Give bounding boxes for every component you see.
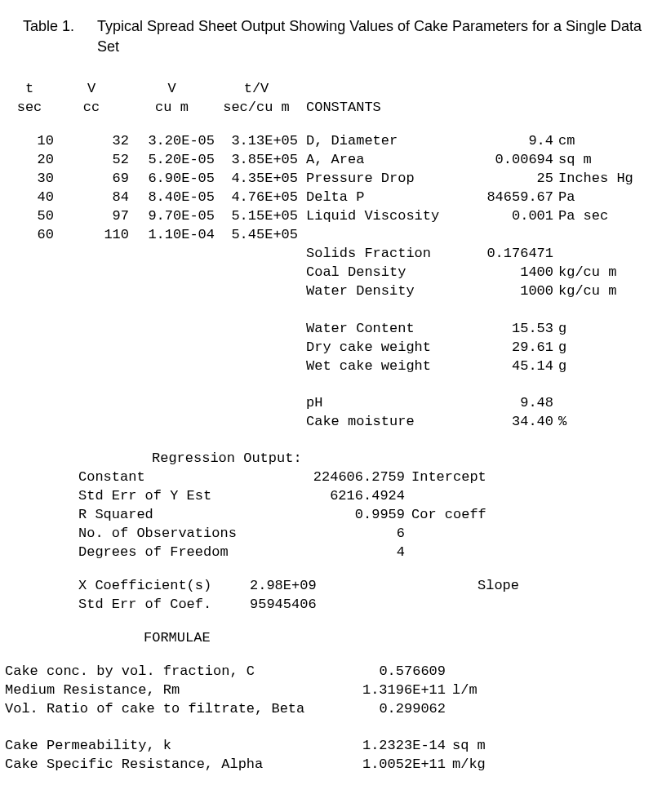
formula-unit: l/m: [446, 681, 478, 700]
formula-unit: [446, 700, 452, 719]
cell-tv: [215, 339, 298, 357]
constant-value: 34.40: [465, 413, 553, 432]
cell-vcc: [54, 413, 129, 432]
formula-unit: sq m: [446, 737, 486, 756]
cell-vcum: [129, 357, 215, 376]
regression-row: Constant224606.2759Intercept: [78, 468, 645, 487]
cell-vcc: [54, 339, 129, 357]
cell-tv: [215, 282, 298, 301]
table-row: 10323.20E-053.13E+05D, Diameter9.4cm: [5, 132, 645, 151]
cell-vcc: [54, 264, 129, 282]
table-row: Solids Fraction0.176471: [5, 245, 645, 264]
hdr-constants: CONSTANTS: [298, 99, 645, 118]
reg-name: Std Err of Coef.: [78, 596, 250, 615]
table-row: Cake moisture34.40%: [5, 413, 645, 432]
reg-value: 0.9959: [258, 506, 405, 525]
constant-value: 9.48: [465, 394, 553, 413]
constant-row: Cake moisture34.40%: [306, 413, 645, 432]
reg-name: R Squared: [78, 506, 258, 525]
cell-tv: [215, 375, 298, 394]
cell-vcum: [129, 320, 215, 339]
hdr-sec: sec: [5, 99, 54, 118]
cell-tv: [215, 245, 298, 264]
regression-row: Std Err of Y Est6216.4924: [78, 487, 645, 506]
constant-row: Water Content15.53g: [306, 320, 645, 339]
formula-unit: [446, 663, 452, 681]
formulae-title: FORMULAE: [5, 629, 645, 648]
reg-note: [405, 544, 411, 562]
cell-tv: 4.35E+05: [215, 170, 298, 189]
constant-value: 9.4: [465, 132, 553, 151]
constant-name: Solids Fraction: [306, 245, 465, 264]
constant-unit: cm: [553, 132, 575, 151]
constant-row: Delta P84659.67Pa: [306, 189, 645, 207]
cell-vcum: [129, 301, 215, 320]
constant-unit: [553, 245, 558, 264]
cell-t: 20: [5, 151, 54, 170]
cell-t: [5, 375, 54, 394]
cell-vcc: [54, 375, 129, 394]
constant-unit: Pa sec: [553, 207, 608, 226]
formula-name: Vol. Ratio of cake to filtrate, Beta: [5, 700, 323, 719]
column-headers-1: t V V t/V: [5, 80, 645, 99]
cell-t: [5, 320, 54, 339]
formula-name: Medium Resistance, Rm: [5, 681, 323, 700]
constant-name: pH: [306, 394, 465, 413]
reg-value: 2.98E+09: [250, 577, 340, 596]
table-number: Table 1.: [23, 16, 74, 57]
cell-tv: [215, 357, 298, 376]
constant-name: Liquid Viscosity: [306, 207, 465, 226]
reg-value: 6216.4924: [258, 487, 405, 506]
reg-note: [405, 487, 411, 506]
hdr-v: V: [54, 80, 129, 99]
cell-vcum: 6.90E-05: [129, 170, 215, 189]
cell-t: [5, 301, 54, 320]
reg-note: [340, 596, 519, 615]
constant-name: A, Area: [306, 151, 465, 170]
cell-vcc: [54, 245, 129, 264]
constant-row: D, Diameter9.4cm: [306, 132, 645, 151]
constant-unit: [553, 394, 558, 413]
column-headers-2: sec cc cu m sec/cu m CONSTANTS: [5, 99, 645, 118]
cell-tv: 5.15E+05: [215, 207, 298, 226]
cell-t: [5, 264, 54, 282]
cell-vcum: [129, 394, 215, 413]
formula-value: 0.576609: [323, 663, 446, 681]
cell-vcum: 9.70E-05: [129, 207, 215, 226]
constant-row: Solids Fraction0.176471: [306, 245, 645, 264]
hdr-tv: t/V: [215, 80, 298, 99]
regression-row: No. of Observations6: [78, 525, 645, 544]
hdr-cum: cu m: [129, 99, 215, 118]
constant-value: 84659.67: [465, 189, 553, 207]
hdr-seccum: sec/cu m: [215, 99, 298, 118]
constant-unit: Inches Hg: [553, 170, 633, 189]
table-row: [5, 375, 645, 394]
cell-vcum: 3.20E-05: [129, 132, 215, 151]
cell-tv: 4.76E+05: [215, 189, 298, 207]
table-row: 40848.40E-054.76E+05Delta P84659.67Pa: [5, 189, 645, 207]
hdr-cc: cc: [54, 99, 129, 118]
constant-value: 1000: [465, 282, 553, 301]
cell-vcum: [129, 339, 215, 357]
constant-unit: kg/cu m: [553, 282, 616, 301]
table-row: 30696.90E-054.35E+05Pressure Drop25Inche…: [5, 170, 645, 189]
formula-name: Cake Specific Resistance, Alpha: [5, 756, 323, 774]
formula-row: Medium Resistance, Rm1.3196E+11l/m: [5, 681, 645, 700]
table-row: 601101.10E-045.45E+05: [5, 226, 645, 245]
constant-value: 0.176471: [465, 245, 553, 264]
table-row: Coal Density1400kg/cu m: [5, 264, 645, 282]
constant-name: Cake moisture: [306, 413, 465, 432]
cell-tv: [215, 320, 298, 339]
formula-row: [5, 719, 645, 738]
reg-note: Cor coeff: [405, 506, 486, 525]
constant-name: Water Density: [306, 282, 465, 301]
reg-value: 6: [258, 525, 405, 544]
reg-name: X Coefficient(s): [78, 577, 250, 596]
reg-name: Degrees of Freedom: [78, 544, 258, 562]
constant-name: Coal Density: [306, 264, 465, 282]
constant-name: Dry cake weight: [306, 339, 465, 357]
cell-t: 10: [5, 132, 54, 151]
formula-value: 1.2323E-14: [323, 737, 446, 756]
cell-tv: [215, 301, 298, 320]
constant-name: D, Diameter: [306, 132, 465, 151]
